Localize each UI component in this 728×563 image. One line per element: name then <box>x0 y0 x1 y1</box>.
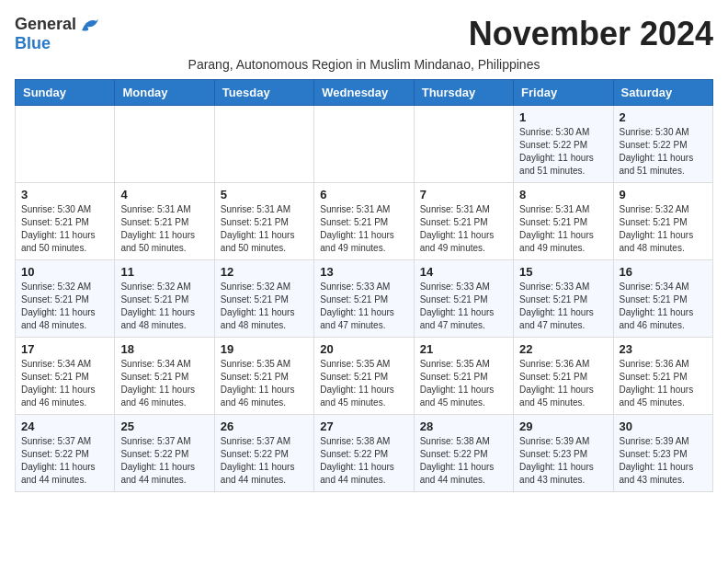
weekday-header-thursday: Thursday <box>414 80 513 106</box>
day-number: 13 <box>320 265 407 279</box>
day-number: 17 <box>21 342 108 356</box>
week-row-1: 1Sunrise: 5:30 AM Sunset: 5:22 PM Daylig… <box>16 106 713 183</box>
day-info: Sunrise: 5:30 AM Sunset: 5:21 PM Dayligh… <box>21 203 108 255</box>
day-info: Sunrise: 5:31 AM Sunset: 5:21 PM Dayligh… <box>320 203 407 255</box>
day-number: 25 <box>120 419 208 433</box>
calendar-cell: 18Sunrise: 5:34 AM Sunset: 5:21 PM Dayli… <box>115 338 214 415</box>
day-number: 23 <box>620 342 707 356</box>
day-info: Sunrise: 5:33 AM Sunset: 5:21 PM Dayligh… <box>519 281 607 332</box>
day-number: 19 <box>221 342 308 356</box>
calendar-cell: 8Sunrise: 5:31 AM Sunset: 5:21 PM Daylig… <box>514 183 613 260</box>
day-number: 30 <box>620 419 707 433</box>
week-row-4: 17Sunrise: 5:34 AM Sunset: 5:21 PM Dayli… <box>16 338 713 415</box>
day-number: 10 <box>21 265 108 279</box>
logo-blue-text: Blue <box>15 34 51 53</box>
calendar-cell: 6Sunrise: 5:31 AM Sunset: 5:21 PM Daylig… <box>314 183 414 260</box>
day-number: 15 <box>519 265 607 279</box>
calendar-cell <box>115 106 214 183</box>
day-number: 28 <box>420 419 507 433</box>
day-number: 18 <box>120 342 208 356</box>
calendar-cell: 13Sunrise: 5:33 AM Sunset: 5:21 PM Dayli… <box>314 260 414 338</box>
calendar-cell: 24Sunrise: 5:37 AM Sunset: 5:22 PM Dayli… <box>16 415 115 492</box>
calendar-cell: 4Sunrise: 5:31 AM Sunset: 5:21 PM Daylig… <box>115 183 214 260</box>
calendar-subtitle: Parang, Autonomous Region in Muslim Mind… <box>15 57 713 72</box>
calendar-cell <box>214 106 313 183</box>
day-info: Sunrise: 5:33 AM Sunset: 5:21 PM Dayligh… <box>420 281 507 332</box>
day-info: Sunrise: 5:35 AM Sunset: 5:21 PM Dayligh… <box>221 358 308 409</box>
day-info: Sunrise: 5:37 AM Sunset: 5:22 PM Dayligh… <box>21 435 108 487</box>
day-number: 3 <box>21 188 108 201</box>
calendar-cell: 14Sunrise: 5:33 AM Sunset: 5:21 PM Dayli… <box>414 260 513 338</box>
calendar-cell: 19Sunrise: 5:35 AM Sunset: 5:21 PM Dayli… <box>214 338 313 415</box>
calendar-cell: 15Sunrise: 5:33 AM Sunset: 5:21 PM Dayli… <box>514 260 613 338</box>
day-info: Sunrise: 5:31 AM Sunset: 5:21 PM Dayligh… <box>120 203 208 255</box>
calendar-cell: 20Sunrise: 5:35 AM Sunset: 5:21 PM Dayli… <box>314 338 414 415</box>
calendar-cell <box>16 106 115 183</box>
day-info: Sunrise: 5:32 AM Sunset: 5:21 PM Dayligh… <box>620 203 707 255</box>
day-number: 27 <box>320 419 407 433</box>
day-info: Sunrise: 5:34 AM Sunset: 5:21 PM Dayligh… <box>21 358 108 409</box>
calendar-cell: 17Sunrise: 5:34 AM Sunset: 5:21 PM Dayli… <box>16 338 115 415</box>
day-number: 16 <box>620 265 707 279</box>
calendar-cell: 21Sunrise: 5:35 AM Sunset: 5:21 PM Dayli… <box>414 338 513 415</box>
month-title: November 2024 <box>469 15 713 53</box>
week-row-3: 10Sunrise: 5:32 AM Sunset: 5:21 PM Dayli… <box>16 260 713 338</box>
day-number: 11 <box>120 265 208 279</box>
calendar-cell: 5Sunrise: 5:31 AM Sunset: 5:21 PM Daylig… <box>214 183 313 260</box>
weekday-header-friday: Friday <box>514 80 613 106</box>
day-number: 9 <box>620 188 707 201</box>
day-number: 5 <box>221 188 308 201</box>
day-number: 20 <box>320 342 407 356</box>
day-info: Sunrise: 5:30 AM Sunset: 5:22 PM Dayligh… <box>620 126 707 178</box>
calendar-cell: 25Sunrise: 5:37 AM Sunset: 5:22 PM Dayli… <box>115 415 214 492</box>
calendar-cell: 27Sunrise: 5:38 AM Sunset: 5:22 PM Dayli… <box>314 415 414 492</box>
week-row-2: 3Sunrise: 5:30 AM Sunset: 5:21 PM Daylig… <box>16 183 713 260</box>
day-info: Sunrise: 5:38 AM Sunset: 5:22 PM Dayligh… <box>420 435 507 487</box>
day-info: Sunrise: 5:33 AM Sunset: 5:21 PM Dayligh… <box>320 281 407 332</box>
calendar-cell: 10Sunrise: 5:32 AM Sunset: 5:21 PM Dayli… <box>16 260 115 338</box>
day-info: Sunrise: 5:32 AM Sunset: 5:21 PM Dayligh… <box>221 281 308 332</box>
weekday-header-saturday: Saturday <box>613 80 712 106</box>
day-number: 14 <box>420 265 507 279</box>
day-number: 22 <box>519 342 607 356</box>
weekday-header-monday: Monday <box>115 80 214 106</box>
day-number: 8 <box>519 188 607 201</box>
day-number: 12 <box>221 265 308 279</box>
day-info: Sunrise: 5:34 AM Sunset: 5:21 PM Dayligh… <box>120 358 208 409</box>
logo-bird-icon <box>78 16 104 34</box>
day-info: Sunrise: 5:39 AM Sunset: 5:23 PM Dayligh… <box>519 435 607 487</box>
day-info: Sunrise: 5:37 AM Sunset: 5:22 PM Dayligh… <box>120 435 208 487</box>
day-number: 21 <box>420 342 507 356</box>
day-info: Sunrise: 5:34 AM Sunset: 5:21 PM Dayligh… <box>620 281 707 332</box>
day-info: Sunrise: 5:30 AM Sunset: 5:22 PM Dayligh… <box>519 126 607 178</box>
day-number: 1 <box>519 110 607 124</box>
day-info: Sunrise: 5:38 AM Sunset: 5:22 PM Dayligh… <box>320 435 407 487</box>
calendar-cell: 12Sunrise: 5:32 AM Sunset: 5:21 PM Dayli… <box>214 260 313 338</box>
calendar-cell: 28Sunrise: 5:38 AM Sunset: 5:22 PM Dayli… <box>414 415 513 492</box>
day-number: 2 <box>620 110 707 124</box>
day-number: 7 <box>420 188 507 201</box>
day-number: 24 <box>21 419 108 433</box>
day-info: Sunrise: 5:31 AM Sunset: 5:21 PM Dayligh… <box>519 203 607 255</box>
day-info: Sunrise: 5:35 AM Sunset: 5:21 PM Dayligh… <box>320 358 407 409</box>
day-info: Sunrise: 5:36 AM Sunset: 5:21 PM Dayligh… <box>620 358 707 409</box>
calendar-cell: 11Sunrise: 5:32 AM Sunset: 5:21 PM Dayli… <box>115 260 214 338</box>
day-info: Sunrise: 5:32 AM Sunset: 5:21 PM Dayligh… <box>120 281 208 332</box>
day-number: 26 <box>221 419 308 433</box>
weekday-header-sunday: Sunday <box>16 80 115 106</box>
day-info: Sunrise: 5:32 AM Sunset: 5:21 PM Dayligh… <box>21 281 108 332</box>
calendar-cell: 1Sunrise: 5:30 AM Sunset: 5:22 PM Daylig… <box>514 106 613 183</box>
day-number: 29 <box>519 419 607 433</box>
calendar-cell: 16Sunrise: 5:34 AM Sunset: 5:21 PM Dayli… <box>613 260 712 338</box>
logo: General Blue <box>15 15 104 53</box>
day-info: Sunrise: 5:37 AM Sunset: 5:22 PM Dayligh… <box>221 435 308 487</box>
day-info: Sunrise: 5:35 AM Sunset: 5:21 PM Dayligh… <box>420 358 507 409</box>
logo-general-text: General <box>15 15 76 34</box>
calendar-cell: 7Sunrise: 5:31 AM Sunset: 5:21 PM Daylig… <box>414 183 513 260</box>
day-number: 4 <box>120 188 208 201</box>
calendar-cell: 29Sunrise: 5:39 AM Sunset: 5:23 PM Dayli… <box>514 415 613 492</box>
day-info: Sunrise: 5:36 AM Sunset: 5:21 PM Dayligh… <box>519 358 607 409</box>
week-row-5: 24Sunrise: 5:37 AM Sunset: 5:22 PM Dayli… <box>16 415 713 492</box>
weekday-header-tuesday: Tuesday <box>214 80 313 106</box>
calendar-cell: 23Sunrise: 5:36 AM Sunset: 5:21 PM Dayli… <box>613 338 712 415</box>
